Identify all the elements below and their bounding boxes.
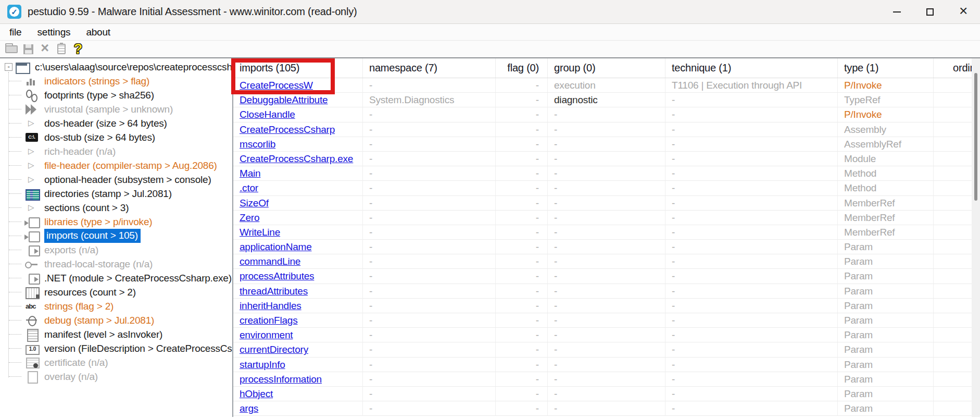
tree-item[interactable]: dos-stub (size > 64 bytes) xyxy=(0,130,232,144)
tree-item[interactable]: certificate (n/a) xyxy=(0,355,232,370)
import-link[interactable]: inheritHandles xyxy=(233,299,363,313)
column-header-flag[interactable]: flag (0) xyxy=(496,58,548,78)
table-cell xyxy=(934,299,972,313)
virustotal-icon xyxy=(24,103,41,116)
tree-item[interactable]: optional-header (subsystem > console) xyxy=(0,173,232,187)
cut-icon: × xyxy=(41,41,49,55)
save-button[interactable] xyxy=(20,41,36,57)
tree-item[interactable]: directories (stamp > Jul.2081) xyxy=(0,187,232,201)
tree-item[interactable]: footprints (type > sha256) xyxy=(0,88,232,102)
menu-about[interactable]: about xyxy=(78,24,118,40)
tree-item[interactable]: thread-local-storage (n/a) xyxy=(0,257,232,271)
table-row: mscorlib----AssemblyRef xyxy=(233,137,980,152)
table-cell: Assembly xyxy=(838,122,934,137)
import-link[interactable]: CreateProcessW xyxy=(233,78,363,93)
import-link[interactable]: mscorlib xyxy=(233,137,363,152)
table-row: Main----Method xyxy=(233,166,980,181)
tree-item[interactable]: overlay (n/a) xyxy=(0,370,232,384)
tree-item[interactable]: version (FileDescription > CreateProcess… xyxy=(0,341,232,355)
scrollbar-thumb[interactable] xyxy=(974,73,977,201)
table-row: hObject----Param xyxy=(233,387,980,401)
import-link[interactable]: hObject xyxy=(233,387,363,401)
table-cell: - xyxy=(665,358,838,372)
collapse-expander-icon[interactable]: - xyxy=(5,63,12,71)
tree-item[interactable]: file-header (compiler-stamp > Aug.2086) xyxy=(0,158,232,173)
close-file-button[interactable]: × xyxy=(36,41,53,57)
tree-item[interactable]: debug (stamp > Jul.2081) xyxy=(0,313,232,327)
import-link[interactable]: CreateProcessCsharp xyxy=(233,122,363,137)
report-button[interactable] xyxy=(53,41,70,57)
tree-item[interactable]: virustotal (sample > unknown) xyxy=(0,102,232,116)
table-cell xyxy=(934,137,972,152)
table-cell: Param xyxy=(838,342,934,357)
minimize-button[interactable] xyxy=(880,0,913,24)
tree-root-item[interactable]: - c:\users\alaag\source\repos\createproc… xyxy=(0,60,232,74)
maximize-button[interactable] xyxy=(913,0,947,24)
tree-item[interactable]: resources (count > 2) xyxy=(0,285,232,299)
tree-item-label: sections (count > 3) xyxy=(44,202,129,214)
table-cell: Param xyxy=(838,284,934,299)
import-link[interactable]: applicationName xyxy=(233,240,363,254)
menu-file[interactable]: file xyxy=(2,24,30,40)
key-icon xyxy=(24,257,41,271)
column-header-technique[interactable]: technique (1) xyxy=(665,58,838,78)
app-icon: ✓ xyxy=(7,5,21,19)
column-header-group[interactable]: group (0) xyxy=(548,58,665,78)
import-link[interactable]: processAttributes xyxy=(233,269,363,284)
table-row: CreateProcessCsharp----Assembly xyxy=(233,122,980,137)
column-header-type[interactable]: type (1) xyxy=(838,58,934,78)
import-link[interactable]: args xyxy=(233,401,363,416)
import-link[interactable]: DebuggableAttribute xyxy=(233,93,363,107)
column-header-ordinal[interactable]: ordinal xyxy=(934,58,972,78)
table-row: SizeOf----MemberRef xyxy=(233,196,980,211)
table-cell: - xyxy=(548,152,665,166)
tree-item[interactable]: exports (n/a) xyxy=(0,243,232,257)
import-link[interactable]: Zero xyxy=(233,211,363,225)
tree-item[interactable]: rich-header (n/a) xyxy=(0,144,232,158)
import-link[interactable]: currentDirectory xyxy=(233,342,363,357)
import-link[interactable]: environment xyxy=(233,328,363,342)
table-cell: - xyxy=(496,181,548,195)
tree-item[interactable]: manifest (level > asInvoker) xyxy=(0,327,232,341)
tree-item[interactable]: imports (count > 105) xyxy=(0,229,232,243)
table-row: CreateProcessW--executionT1106 | Executi… xyxy=(233,78,980,93)
import-link[interactable]: creationFlags xyxy=(233,313,363,328)
table-cell: Param xyxy=(838,328,934,342)
table-cell: Param xyxy=(838,313,934,328)
import-link[interactable]: WriteLine xyxy=(233,225,363,240)
tree-item[interactable]: dos-header (size > 64 bytes) xyxy=(0,116,232,130)
help-button[interactable]: ? xyxy=(70,41,86,57)
clipboard-icon xyxy=(57,44,66,54)
tree-item[interactable]: strings (flag > 2) xyxy=(0,299,232,313)
tree-item-label: rich-header (n/a) xyxy=(44,146,116,157)
open-file-button[interactable] xyxy=(3,41,20,57)
close-button[interactable]: × xyxy=(947,0,980,24)
import-link[interactable]: CloseHandle xyxy=(233,107,363,122)
import-link[interactable]: SizeOf xyxy=(233,196,363,211)
tree-item-label: resources (count > 2) xyxy=(44,287,136,298)
import-link[interactable]: processInformation xyxy=(233,372,363,387)
import-link[interactable]: threadAttributes xyxy=(233,284,363,299)
import-link[interactable]: commandLine xyxy=(233,254,363,269)
table-cell: - xyxy=(665,240,838,254)
import-link[interactable]: .ctor xyxy=(233,181,363,195)
tree-item[interactable]: sections (count > 3) xyxy=(0,201,232,215)
table-cell: - xyxy=(496,299,548,313)
import-link[interactable]: CreateProcessCsharp.exe xyxy=(233,152,363,166)
vertical-scrollbar[interactable] xyxy=(972,58,980,417)
table-cell: - xyxy=(496,240,548,254)
table-cell: - xyxy=(496,93,548,107)
help-icon: ? xyxy=(74,42,82,56)
tree-item[interactable]: indicators (strings > flag) xyxy=(0,74,232,88)
column-header-imports[interactable]: imports (105) xyxy=(233,58,363,78)
column-header-namespace[interactable]: namespace (7) xyxy=(363,58,496,78)
table-cell: - xyxy=(665,328,838,342)
table-cell: - xyxy=(363,269,496,284)
chevron-right-icon xyxy=(24,173,41,187)
tree-item[interactable]: libraries (type > p/invoke) xyxy=(0,215,232,229)
tree-item[interactable]: .NET (module > CreateProcessCsharp.exe) xyxy=(0,271,232,285)
menu-settings[interactable]: settings xyxy=(30,24,79,40)
import-link[interactable]: startupInfo xyxy=(233,358,363,372)
import-link[interactable]: Main xyxy=(233,166,363,181)
table-cell: - xyxy=(665,254,838,269)
